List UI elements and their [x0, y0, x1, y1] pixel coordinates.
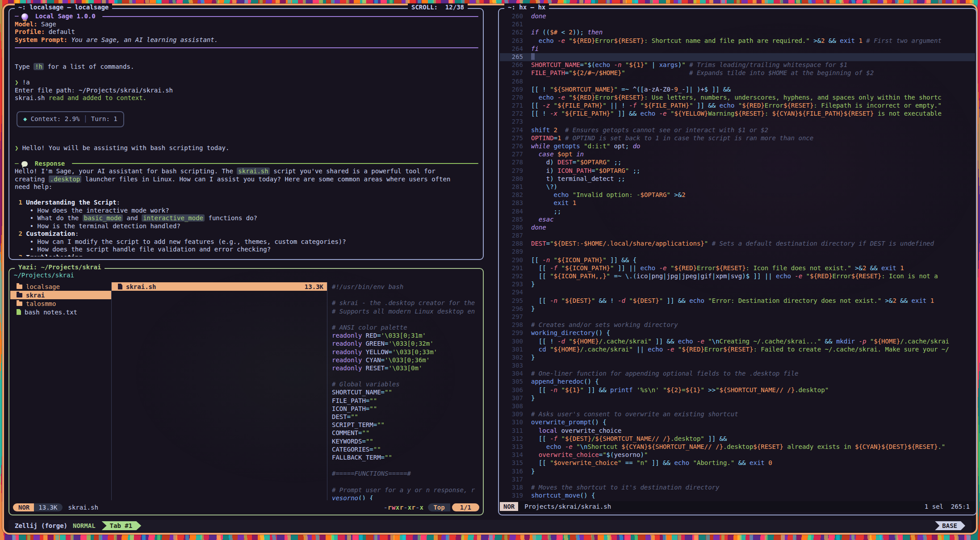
- pane-yazi[interactable]: Yazi: ~/Projects/skrai ~/Projects/skrai …: [8, 268, 484, 515]
- code-line-280[interactable]: 280 t) terminal_detect ;;: [500, 175, 975, 183]
- code-line-304[interactable]: 304# One-liner function for appending op…: [500, 370, 975, 378]
- line-number: 304: [500, 370, 531, 378]
- code-line-276[interactable]: 276while getopts "d:i:t" opt; do: [500, 142, 975, 151]
- preview-code-line: [332, 478, 482, 486]
- helix-status-filename: Projects/skrai/skrai.sh: [524, 503, 611, 510]
- yazi-preview-column[interactable]: #!/usr/bin/env bash # skrai - the .deskt…: [327, 282, 482, 500]
- code-line-319[interactable]: 319shortcut_move() {: [500, 492, 975, 500]
- parent-item-skrai[interactable]: skrai: [10, 291, 111, 299]
- code-line-265[interactable]: 265: [500, 53, 975, 61]
- pane-title-localsage: ~: localsage — localsage: [15, 4, 112, 11]
- code-line-288[interactable]: 288DEST="${DEST:-$HOME/.local/share/appl…: [500, 240, 975, 248]
- code-line-267[interactable]: 267FILE_PATH="${2/#~/$HOME}" # Expands t…: [500, 69, 975, 77]
- code-line-312[interactable]: 312 [[ -f "${DEST}/${SHORTCUT_NAME// /}.…: [500, 435, 975, 443]
- code-line-300[interactable]: 300 [[ ! -d "${HOME}/.cache/skrai" ]] &&…: [500, 338, 975, 346]
- code-line-306[interactable]: 306 [[ -n "${1}" ]] && printf '%s\n' "${…: [500, 386, 975, 394]
- code-line-308[interactable]: 308: [500, 402, 975, 410]
- code-line-268[interactable]: 268: [500, 78, 975, 86]
- code-line-291[interactable]: 291 [[ -f "${ICON_PATH}" ]] || echo -e "…: [500, 264, 975, 272]
- parent-item-localsage[interactable]: localsage: [10, 282, 111, 291]
- code-line-294[interactable]: 294: [500, 289, 975, 297]
- line-number: 308: [500, 402, 531, 410]
- code-text: }: [531, 280, 975, 289]
- code-line-318[interactable]: 318# Moves the shortcut to it's destinat…: [500, 484, 975, 492]
- code-line-317[interactable]: 317: [500, 476, 975, 484]
- chat-row: Hello! I'm Sage, your AI assistant for b…: [15, 167, 478, 176]
- code-line-283[interactable]: 283 exit 1: [500, 199, 975, 207]
- code-line-315[interactable]: 315 [[ "$overwrite_choice" == "n" ]] && …: [500, 459, 975, 467]
- zellij-tab-pill[interactable]: Tab #1: [102, 521, 142, 530]
- code-line-261[interactable]: 261: [500, 21, 975, 29]
- code-line-260[interactable]: 260done: [500, 13, 975, 21]
- code-line-275[interactable]: 275OPTIND=1 # OPTIND is set back to 1 in…: [500, 134, 975, 142]
- code-line-266[interactable]: 266SHORTCUT_NAME="$(echo -n "${1}" | xar…: [500, 61, 975, 69]
- code-line-274[interactable]: 274shift 2 # Ensures getopts cannot see …: [500, 126, 975, 134]
- line-number: 305: [500, 378, 531, 386]
- code-line-264[interactable]: 264fi: [500, 45, 975, 53]
- code-line-316[interactable]: 316}: [500, 468, 975, 476]
- code-text: }: [531, 468, 975, 476]
- code-line-303[interactable]: 303: [500, 362, 975, 370]
- code-line-278[interactable]: 278 d) DEST="$OPTARG" ;;: [500, 159, 975, 167]
- chat-row: Model: Sage: [15, 21, 478, 29]
- zellij-status-bar: Zellij (forge) NORMAL Tab #1 BASE: [8, 520, 972, 532]
- code-line-286[interactable]: 286done: [500, 224, 975, 232]
- code-line-296[interactable]: 296}: [500, 305, 975, 313]
- code-line-302[interactable]: 302}: [500, 354, 975, 362]
- text-cursor: [531, 53, 535, 60]
- code-line-314[interactable]: 314 overwrite_choice="$(yesorno)": [500, 451, 975, 459]
- code-line-292[interactable]: 292 [[ "${ICON_PATH,,}" =~ \.(ico|png|jp…: [500, 272, 975, 280]
- code-line-298[interactable]: 298# Creates and/or sets working directo…: [500, 321, 975, 329]
- code-line-307[interactable]: 307}: [500, 394, 975, 402]
- code-line-269[interactable]: 269[[ ! "${SHORTCUT_NAME}" =~ ^([a-zA-Z0…: [500, 86, 975, 94]
- code-line-273[interactable]: 273: [500, 118, 975, 126]
- code-line-285[interactable]: 285 esac: [500, 216, 975, 224]
- breadcrumb: ~/Projects/skrai: [14, 272, 74, 279]
- code-line-293[interactable]: 293}: [500, 280, 975, 289]
- code-line-309[interactable]: 309# Asks user's consent to overwrite an…: [500, 410, 975, 419]
- parent-item-talosmmo[interactable]: talosmmo: [10, 299, 111, 308]
- code-line-281[interactable]: 281 \?): [500, 183, 975, 191]
- code-line-282[interactable]: 282 echo "Invalid option: -$OPTARG" >&2: [500, 191, 975, 199]
- parent-item-bash_notes.txt[interactable]: bash_notes.txt: [10, 308, 111, 316]
- file-size: 13.3K: [305, 283, 323, 290]
- code-line-299[interactable]: 299working_directory() {: [500, 329, 975, 337]
- code-text: [531, 476, 975, 484]
- code-line-270[interactable]: 270 echo -e "${RED}Error${RESET}: Use le…: [500, 94, 975, 102]
- code-line-297[interactable]: 297: [500, 313, 975, 321]
- code-text: # Creates and/or sets working directory: [531, 321, 975, 329]
- code-text: [[ "${ICON_PATH,,}" =~ \.(ico|png|jpg|jp…: [531, 272, 975, 280]
- code-line-313[interactable]: 313 echo -e "\nShortcut ${CYAN}${SHORTCU…: [500, 443, 975, 451]
- line-number: 280: [500, 175, 531, 183]
- code-line-295[interactable]: 295 [[ -n "${DEST}" && ! -d "${DEST}" ]]…: [500, 297, 975, 305]
- line-number: 278: [500, 159, 531, 167]
- code-line-301[interactable]: 301 cd "${HOME}/.cache/skrai" || echo -e…: [500, 346, 975, 354]
- code-line-290[interactable]: 290[[ -n "${ICON_PATH}" ]] && {: [500, 256, 975, 264]
- preview-code-line: SCRIPT_TERM="": [332, 421, 482, 429]
- code-line-272[interactable]: 272[[ ! -x "${FILE_PATH}" ]] && echo -e …: [500, 110, 975, 118]
- line-number: 263: [500, 37, 531, 45]
- code-line-284[interactable]: 284 ;;: [500, 208, 975, 216]
- pane-localsage[interactable]: ~: localsage — localsage SCROLL: 12/38 ─…: [8, 8, 484, 260]
- code-line-279[interactable]: 279 i) ICON_PATH="$OPTARG" ;;: [500, 167, 975, 175]
- code-line-305[interactable]: 305append_heredoc() {: [500, 378, 975, 386]
- code-line-289[interactable]: 289: [500, 248, 975, 256]
- code-line-263[interactable]: 263 echo -e "${RED}Error${RESET}: Shortc…: [500, 37, 975, 45]
- chat-row: skrai.sh read and added to context.: [15, 94, 478, 102]
- editor-buffer[interactable]: 260done261 262if (($# < 2)); then263 ech…: [500, 13, 975, 514]
- code-line-271[interactable]: 271[[ -z "${FILE_PATH}" || ! -f "${FILE_…: [500, 102, 975, 110]
- pane-helix[interactable]: ~: hx — hx 260done261 262if (($# < 2)); …: [498, 8, 977, 515]
- line-number: 283: [500, 199, 531, 207]
- current-item-skrai.sh[interactable]: skrai.sh13.3K: [112, 282, 327, 291]
- chat-row: [15, 102, 478, 110]
- line-number: 288: [500, 240, 531, 248]
- code-text: case $opt in: [531, 151, 975, 159]
- code-line-310[interactable]: 310overwrite_prompt() {: [500, 419, 975, 427]
- terminal-window: ~: localsage — localsage SCROLL: 12/38 ─…: [2, 4, 978, 535]
- preview-code-line: COMMENT="": [332, 429, 482, 437]
- code-line-311[interactable]: 311 local overwrite_choice: [500, 427, 975, 435]
- code-line-277[interactable]: 277 case $opt in: [500, 151, 975, 159]
- code-line-262[interactable]: 262if (($# < 2)); then: [500, 29, 975, 37]
- preview-code-line: readonly RESET='\033[0m': [332, 364, 482, 373]
- code-line-287[interactable]: 287: [500, 232, 975, 240]
